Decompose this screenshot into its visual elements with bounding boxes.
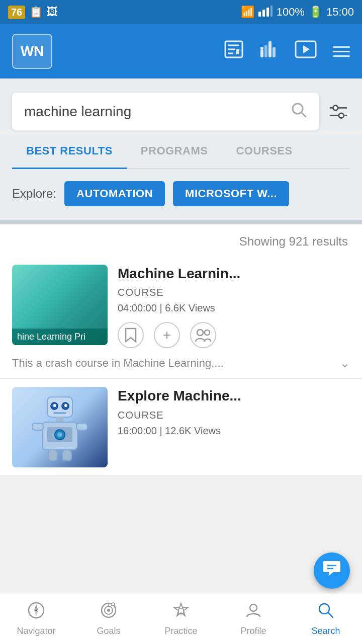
status-icon-76: 76: [8, 6, 25, 19]
search-submit-icon[interactable]: [291, 102, 307, 121]
app-header: WN: [0, 24, 362, 78]
svg-rect-3: [270, 6, 273, 17]
course-card-main-1: hine Learning Pri Machine Learnin... COU…: [0, 257, 362, 356]
course-meta-2: 16:00:00 | 12.6K Views: [118, 425, 350, 437]
bookmark-icon[interactable]: [118, 322, 144, 348]
goals-icon: [100, 602, 117, 623]
svg-point-51: [250, 604, 257, 611]
signal-icon: [258, 5, 273, 20]
svg-rect-13: [273, 47, 276, 57]
svg-rect-9: [260, 49, 263, 57]
course-info-2: Explore Machine... COURSE 16:00:00 | 12.…: [118, 387, 350, 467]
tabs-area: BEST RESULTS PROGRAMS COURSES: [0, 134, 362, 169]
svg-rect-36: [76, 423, 87, 430]
battery-percent: 100%: [277, 6, 305, 19]
status-icon-2: 📋: [29, 6, 43, 19]
description-text-1: This a crash course in Machine Learning.…: [12, 357, 224, 370]
news-icon[interactable]: [224, 40, 243, 62]
compass-icon: [28, 602, 45, 623]
course-type-2: COURSE: [118, 410, 350, 421]
nav-navigator[interactable]: Navigator: [0, 602, 72, 636]
users-icon[interactable]: [190, 322, 216, 348]
equalizer-icon[interactable]: [259, 40, 279, 62]
nav-profile[interactable]: Profile: [217, 602, 290, 636]
thumbnail-robot: [12, 387, 108, 467]
status-bar-right: 📶 100% 🔋 15:00: [241, 5, 354, 20]
course-description-1: This a crash course in Machine Learning.…: [0, 356, 362, 378]
results-area: Showing 921 results hine Learning Pri Ma…: [0, 224, 362, 476]
svg-rect-30: [56, 417, 63, 422]
course-type-1: COURSE: [118, 287, 350, 298]
section-divider: [0, 220, 362, 224]
svg-point-21: [339, 113, 344, 118]
svg-point-44: [35, 609, 37, 611]
svg-point-47: [107, 609, 110, 612]
app-logo[interactable]: WN: [12, 34, 52, 69]
svg-rect-12: [268, 41, 272, 57]
course-meta-1: 04:00:00 | 6.6K Views: [118, 302, 350, 314]
nav-profile-label: Profile: [240, 626, 266, 636]
course-thumbnail-1: hine Learning Pri: [12, 265, 108, 345]
tab-courses[interactable]: COURSES: [222, 134, 306, 168]
search-box[interactable]: machine learning: [12, 93, 319, 130]
tab-programs[interactable]: PROGRAMS: [127, 134, 222, 168]
course-card-2: Explore Machine... COURSE 16:00:00 | 12.…: [0, 379, 362, 476]
svg-point-52: [319, 604, 329, 614]
add-icon[interactable]: +: [154, 322, 180, 348]
search-input[interactable]: machine learning: [24, 104, 131, 120]
chat-fab[interactable]: [314, 552, 350, 589]
filter-icon[interactable]: [327, 100, 350, 123]
nav-practice-label: Practice: [164, 626, 197, 636]
thumbnail-ml-gradient: hine Learning Pri: [12, 265, 108, 345]
battery-icon: 🔋: [309, 6, 322, 19]
course-title-2[interactable]: Explore Machine...: [118, 387, 350, 405]
nav-navigator-label: Navigator: [17, 626, 55, 636]
search-area: machine learning: [0, 78, 362, 130]
chat-icon: [322, 559, 341, 582]
practice-icon: [172, 602, 190, 623]
nav-goals[interactable]: Goals: [72, 602, 145, 636]
svg-rect-10: [260, 47, 263, 49]
course-thumbnail-2: [12, 387, 108, 467]
svg-point-28: [64, 404, 67, 407]
nav-practice[interactable]: Practice: [145, 602, 217, 636]
svg-rect-38: [62, 450, 71, 461]
svg-point-19: [333, 105, 338, 110]
explore-automation-btn[interactable]: AUTOMATION: [64, 181, 165, 206]
course-actions-1: +: [118, 322, 350, 348]
svg-rect-29: [53, 412, 66, 414]
nav-search-label: Search: [311, 626, 340, 636]
nav-goals-label: Goals: [97, 626, 120, 636]
status-bar-left: 76 📋 🖼: [8, 6, 58, 19]
course-card-1: hine Learning Pri Machine Learnin... COU…: [0, 257, 362, 379]
status-bar: 76 📋 🖼 📶 100% 🔋 15:00: [0, 0, 362, 24]
nav-search[interactable]: Search: [290, 602, 362, 636]
svg-line-17: [302, 113, 306, 117]
svg-point-22: [197, 330, 203, 336]
chevron-down-icon-1[interactable]: ⌄: [340, 356, 350, 370]
search-tabs: BEST RESULTS PROGRAMS COURSES: [12, 134, 350, 169]
clock: 15:00: [326, 6, 354, 19]
header-icons: [224, 40, 350, 62]
svg-rect-2: [266, 8, 269, 17]
tab-best-results[interactable]: BEST RESULTS: [12, 134, 127, 169]
play-icon[interactable]: [295, 40, 317, 62]
svg-point-49: [112, 603, 115, 606]
course-info-1: Machine Learnin... COURSE 04:00:00 | 6.6…: [118, 265, 350, 348]
svg-rect-35: [32, 423, 43, 430]
course-card-main-2: Explore Machine... COURSE 16:00:00 | 12.…: [0, 379, 362, 475]
svg-point-27: [53, 404, 56, 407]
svg-rect-1: [262, 10, 265, 17]
svg-rect-11: [264, 45, 267, 57]
search-nav-icon: [317, 602, 334, 623]
svg-rect-8: [236, 49, 239, 54]
explore-tags: AUTOMATION MICROSOFT W...: [64, 181, 350, 206]
bottom-nav: Navigator Goals Practice: [0, 594, 362, 644]
profile-icon: [245, 602, 262, 623]
course-title-1[interactable]: Machine Learnin...: [118, 265, 350, 283]
svg-point-23: [205, 330, 210, 335]
explore-microsoft-btn[interactable]: MICROSOFT W...: [173, 181, 289, 206]
menu-icon[interactable]: [333, 46, 350, 57]
results-count: Showing 921 results: [0, 224, 362, 257]
svg-rect-37: [48, 450, 57, 461]
